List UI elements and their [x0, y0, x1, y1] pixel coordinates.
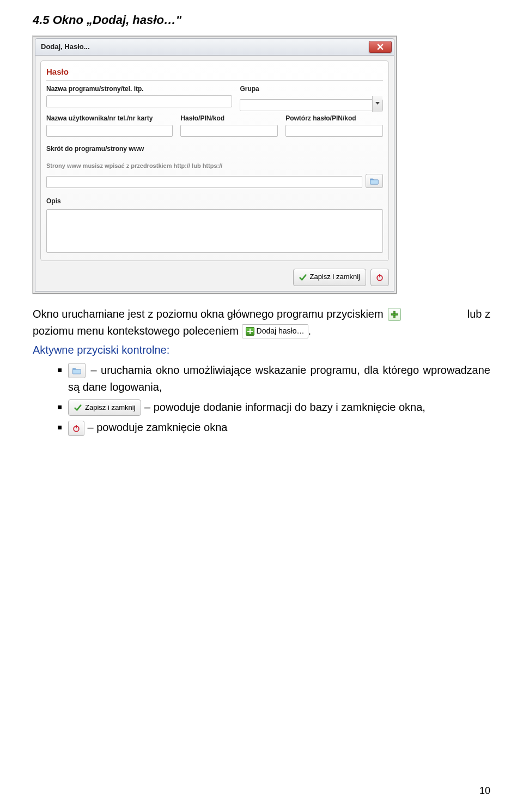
label-name: Nazwa programu/strony/tel. itp. — [46, 84, 232, 94]
password-input[interactable] — [180, 125, 278, 137]
chevron-down-icon[interactable] — [372, 96, 382, 112]
browse-button[interactable] — [366, 174, 383, 188]
bullet2-text: – powoduje dodanie informacji do bazy i … — [141, 401, 425, 413]
svg-rect-3 — [391, 314, 398, 316]
plus-icon — [388, 308, 401, 321]
user-input[interactable] — [46, 125, 173, 137]
bullet-marker — [58, 405, 62, 409]
section-heading: 4.5 Okno „Dodaj, hasło…" — [33, 11, 490, 29]
shortcut-hint: Strony www musisz wpisać z przedrostkiem… — [46, 162, 222, 169]
window-title: Dodaj, Hasło... — [41, 41, 369, 52]
label-repeat: Powtórz hasło/PIN/kod — [285, 113, 383, 124]
bullet-marker — [58, 426, 62, 429]
active-buttons-heading: Aktywne przyciski kontrolne: — [33, 342, 490, 359]
description-textarea[interactable] — [46, 209, 383, 253]
save-and-close-button-inline: Zapisz i zamknij — [68, 399, 141, 416]
save-button-label: Zapisz i zamknij — [310, 271, 360, 282]
close-dialog-button[interactable] — [370, 269, 389, 286]
bullet3-text: – powoduje zamknięcie okna — [84, 421, 227, 433]
label-shortcut: Skrót do programu/strony www — [46, 145, 144, 153]
bullet-marker — [58, 368, 62, 372]
dialog-window: Dodaj, Hasło... Hasło Nazwa programu/str… — [33, 36, 397, 293]
plus-icon — [246, 327, 254, 336]
titlebar: Dodaj, Hasło... — [35, 38, 394, 56]
save-and-close-button[interactable]: Zapisz i zamknij — [293, 269, 366, 286]
para2-part1: poziomu menu kontekstowego poleceniem — [33, 325, 242, 337]
password-repeat-input[interactable] — [285, 125, 383, 137]
shortcut-input[interactable] — [46, 176, 362, 188]
label-user: Nazwa użytkownika/nr tel./nr karty — [46, 113, 173, 124]
name-input[interactable] — [46, 95, 232, 107]
power-icon — [68, 421, 84, 436]
para1-part1: Okno uruchamiane jest z poziomu okna głó… — [33, 308, 386, 320]
bullet1-text: – uruchamia okno umożliwiające wskazanie… — [68, 364, 490, 393]
page-number: 10 — [479, 784, 490, 799]
para2-part2: . — [308, 325, 312, 337]
save-inline-label: Zapisz i zamknij — [85, 402, 135, 413]
para1-part2: lub z — [467, 306, 490, 323]
close-icon[interactable] — [369, 41, 392, 53]
label-group: Grupa — [240, 84, 383, 94]
menu-item-chip: Dodaj hasło… — [242, 324, 308, 338]
group-combobox[interactable] — [240, 99, 383, 111]
menu-item-label: Dodaj hasło… — [257, 325, 305, 337]
dialog-body: Hasło Nazwa programu/strony/tel. itp. Gr… — [35, 56, 394, 291]
label-pass: Hasło/PIN/kod — [180, 113, 278, 124]
panel-title: Hasło — [46, 65, 383, 81]
label-desc: Opis — [46, 197, 61, 205]
folder-icon — [68, 363, 86, 378]
